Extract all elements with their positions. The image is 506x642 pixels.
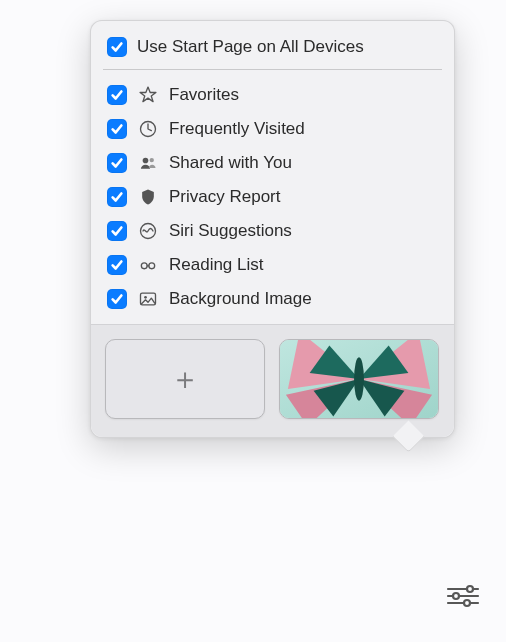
clock-icon: [137, 118, 159, 140]
svg-point-8: [143, 158, 149, 164]
use-on-all-devices-row[interactable]: Use Start Page on All Devices: [91, 31, 454, 63]
toggle-favorites[interactable]: Favorites: [91, 78, 454, 112]
toggle-label: Frequently Visited: [169, 119, 305, 139]
toggle-reading-list[interactable]: Reading List: [91, 248, 454, 282]
butterfly-thumbnail-art: [280, 340, 438, 418]
background-image-picker: ＋: [91, 324, 454, 437]
divider: [103, 69, 442, 70]
svg-point-3: [467, 586, 473, 592]
section-toggle-list: Favorites Frequently Visited: [91, 76, 454, 324]
toggle-label: Siri Suggestions: [169, 221, 292, 241]
toggle-frequently-visited[interactable]: Frequently Visited: [91, 112, 454, 146]
glasses-icon: [137, 254, 159, 276]
people-icon: [137, 152, 159, 174]
svg-point-12: [149, 263, 155, 269]
svg-marker-6: [140, 87, 156, 102]
checkbox-on-icon: [107, 289, 127, 309]
start-page-customize-popover: Use Start Page on All Devices Favorites …: [90, 20, 455, 438]
checkbox-on-icon: [107, 153, 127, 173]
svg-point-9: [150, 158, 154, 162]
image-icon: [137, 288, 159, 310]
toggle-label: Privacy Report: [169, 187, 280, 207]
use-on-all-devices-label: Use Start Page on All Devices: [137, 37, 364, 57]
customize-start-page-button[interactable]: [442, 578, 484, 614]
checkbox-on-icon: [107, 187, 127, 207]
toggle-label: Reading List: [169, 255, 264, 275]
sliders-icon: [446, 584, 480, 608]
wallpaper-option-butterfly[interactable]: [279, 339, 439, 419]
checkbox-on-icon: [107, 37, 127, 57]
toggle-siri-suggestions[interactable]: Siri Suggestions: [91, 214, 454, 248]
checkbox-on-icon: [107, 119, 127, 139]
star-icon: [137, 84, 159, 106]
checkbox-on-icon: [107, 221, 127, 241]
svg-point-25: [354, 357, 364, 400]
checkbox-on-icon: [107, 255, 127, 275]
toggle-label: Shared with You: [169, 153, 292, 173]
toggle-label: Favorites: [169, 85, 239, 105]
siri-icon: [137, 220, 159, 242]
svg-point-5: [464, 600, 470, 606]
add-background-button[interactable]: ＋: [105, 339, 265, 419]
toggle-shared-with-you[interactable]: Shared with You: [91, 146, 454, 180]
checkbox-on-icon: [107, 85, 127, 105]
svg-point-15: [144, 296, 147, 299]
shield-icon: [137, 186, 159, 208]
plus-icon: ＋: [170, 364, 200, 394]
toggle-privacy-report[interactable]: Privacy Report: [91, 180, 454, 214]
toggle-background-image[interactable]: Background Image: [91, 282, 454, 316]
toggle-label: Background Image: [169, 289, 312, 309]
svg-point-11: [141, 263, 147, 269]
svg-point-4: [453, 593, 459, 599]
